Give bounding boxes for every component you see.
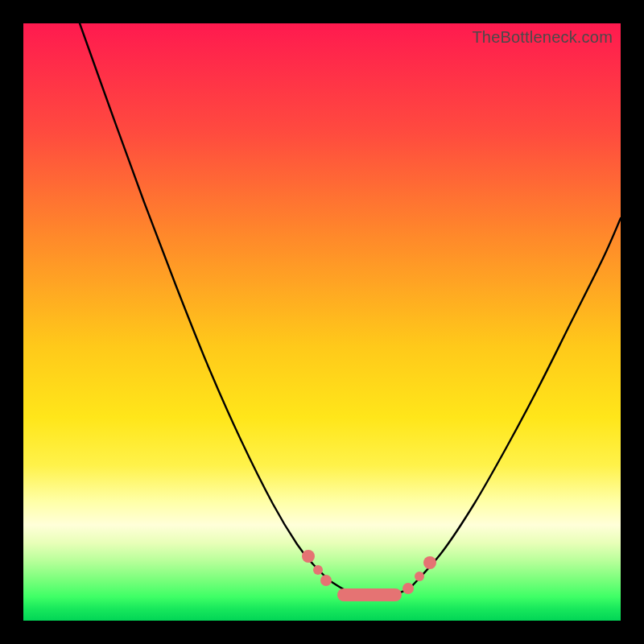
curve-marker — [402, 583, 414, 594]
marker-cluster-left — [302, 550, 332, 586]
curve-marker — [415, 572, 424, 581]
curve-marker — [313, 565, 323, 575]
curve-marker — [423, 556, 436, 569]
bottleneck-curve — [80, 23, 621, 597]
chart-frame: TheBottleneck.com — [0, 0, 644, 644]
curve-marker — [320, 575, 332, 586]
curve-marker — [302, 550, 315, 563]
bottom-pill-marker — [337, 588, 402, 601]
marker-cluster-right — [402, 556, 436, 594]
plot-area: TheBottleneck.com — [23, 23, 621, 621]
curve-svg — [23, 23, 621, 621]
